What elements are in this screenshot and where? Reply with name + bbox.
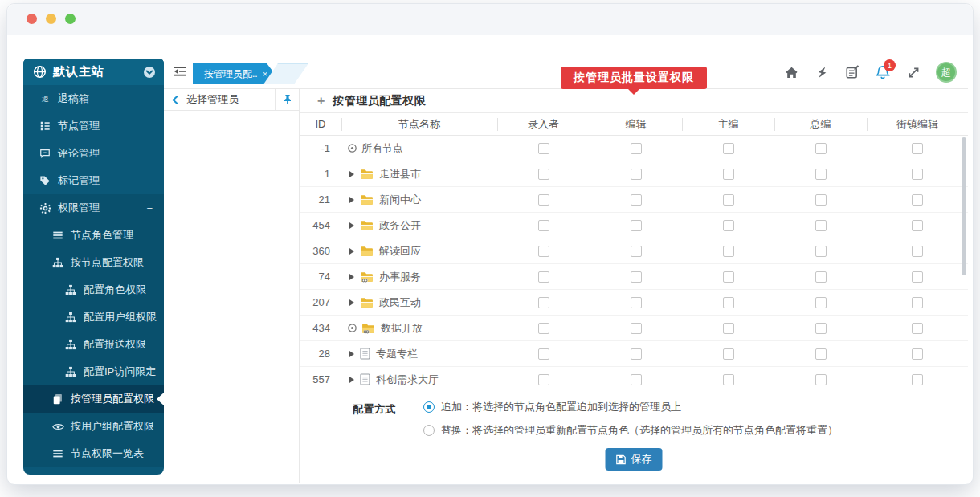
radio-button[interactable] — [423, 401, 435, 413]
permission-checkbox[interactable] — [631, 374, 642, 385]
sidebar-item-configure-ip-restriction[interactable]: 配置IP访问限定 — [23, 358, 164, 385]
sidebar-item-node-role-management[interactable]: 节点角色管理 — [23, 222, 164, 249]
permission-checkbox[interactable] — [538, 297, 549, 308]
permission-checkbox[interactable] — [815, 297, 827, 308]
collapse-indicator[interactable]: − — [146, 257, 153, 269]
permission-checkbox[interactable] — [912, 220, 923, 231]
permission-checkbox[interactable] — [631, 143, 642, 154]
expand-caret-icon[interactable] — [349, 274, 354, 280]
permission-checkbox[interactable] — [723, 297, 734, 308]
permission-checkbox[interactable] — [723, 323, 734, 334]
tab-close-icon[interactable]: × — [263, 69, 267, 79]
collapse-indicator[interactable]: − — [146, 202, 153, 214]
permission-checkbox[interactable] — [912, 194, 923, 206]
permission-checkbox[interactable] — [631, 220, 642, 231]
permission-checkbox[interactable] — [912, 374, 923, 385]
vertical-scrollbar[interactable] — [962, 137, 966, 275]
permission-checkbox[interactable] — [912, 271, 923, 283]
expand-caret-icon[interactable] — [349, 171, 354, 177]
permission-checkbox[interactable] — [538, 348, 549, 360]
permission-checkbox[interactable] — [912, 348, 923, 360]
expand-caret-icon[interactable] — [349, 197, 354, 203]
sidebar-item-comment-management[interactable]: 评论管理 — [23, 140, 164, 167]
expand-caret-icon[interactable] — [349, 377, 354, 383]
permission-checkbox[interactable] — [538, 246, 549, 257]
permission-checkbox[interactable] — [815, 271, 827, 283]
sidebar-item-configure-usergroup-permission[interactable]: 配置用户组权限 — [23, 303, 164, 331]
permission-checkbox[interactable] — [815, 220, 827, 231]
sidebar-item-permission-by-usergroup[interactable]: 按用户组配置权限 — [23, 413, 164, 440]
permission-checkbox[interactable] — [723, 271, 734, 283]
permission-checkbox[interactable] — [815, 194, 827, 206]
permission-checkbox[interactable] — [631, 323, 642, 334]
config-mode-option[interactable]: 替换：将选择的管理员重新配置节点角色（选择的管理员所有的节点角色配置将重置） — [414, 423, 838, 438]
permission-checkbox[interactable] — [538, 323, 549, 334]
permission-checkbox[interactable] — [912, 297, 923, 308]
permission-checkbox[interactable] — [631, 194, 642, 206]
permission-checkbox[interactable] — [723, 220, 734, 231]
sidebar-toggle-icon[interactable] — [174, 65, 187, 78]
zoom-window-button[interactable] — [65, 14, 76, 24]
sidebar-item-permission-management[interactable]: 权限管理− — [23, 194, 164, 222]
sitemap-icon — [51, 257, 65, 268]
config-mode-option[interactable]: 追加：将选择的节点角色配置追加到选择的管理员上 — [414, 400, 838, 414]
fullscreen-icon[interactable] — [905, 64, 921, 80]
expand-caret-icon[interactable] — [349, 351, 354, 357]
permission-checkbox[interactable] — [631, 246, 642, 257]
home-icon[interactable] — [783, 64, 799, 80]
notifications-bell-icon[interactable]: 1 — [875, 64, 891, 80]
permission-checkbox[interactable] — [815, 374, 827, 385]
permission-checkbox[interactable] — [815, 143, 827, 154]
permission-checkbox[interactable] — [538, 169, 549, 180]
sidebar-item-configure-role-permission[interactable]: 配置角色权限 — [23, 276, 164, 303]
expand-caret-icon[interactable] — [349, 222, 354, 229]
minimize-window-button[interactable] — [46, 14, 56, 24]
site-switcher[interactable]: 默认主站 — [23, 59, 164, 85]
permission-checkbox[interactable] — [815, 323, 827, 334]
permission-checkbox[interactable] — [538, 194, 549, 206]
permission-checkbox[interactable] — [631, 271, 642, 283]
permission-checkbox[interactable] — [631, 169, 642, 180]
sidebar-item-node-permission-overview[interactable]: 节点权限一览表 — [23, 440, 164, 467]
permission-checkbox[interactable] — [723, 246, 734, 257]
permission-checkbox[interactable] — [723, 374, 734, 385]
permission-checkbox[interactable] — [631, 297, 642, 308]
sidebar-item-reject-box[interactable]: 退退稿箱 — [23, 85, 164, 112]
permission-checkbox[interactable] — [912, 323, 923, 334]
permission-checkbox[interactable] — [912, 169, 923, 180]
permission-checkbox[interactable] — [912, 143, 923, 154]
lightning-icon[interactable] — [814, 64, 830, 80]
close-window-button[interactable] — [27, 14, 37, 24]
sidebar-item-node-management[interactable]: 节点管理 — [23, 112, 164, 140]
memo-icon[interactable] — [844, 64, 860, 80]
radio-button[interactable] — [423, 425, 435, 436]
permission-checkbox[interactable] — [538, 143, 549, 154]
sidebar-item-permission-by-admin[interactable]: 按管理员配置权限 — [23, 385, 164, 413]
column-header: 节点名称 — [341, 117, 497, 132]
permission-checkbox[interactable] — [538, 271, 549, 283]
sidebar-item-configure-submit-permission[interactable]: 配置报送权限 — [23, 331, 164, 358]
permission-checkbox[interactable] — [723, 194, 734, 206]
permission-checkbox[interactable] — [815, 348, 827, 360]
expand-caret-icon[interactable] — [349, 299, 354, 306]
sidebar-item-permission-by-node[interactable]: 按节点配置权限− — [23, 249, 164, 276]
pin-icon[interactable] — [275, 89, 299, 110]
nodes-icon — [38, 120, 52, 132]
permission-checkbox[interactable] — [912, 246, 923, 257]
permission-checkbox[interactable] — [815, 246, 827, 257]
chevron-down-icon[interactable] — [143, 66, 156, 79]
permission-checkbox[interactable] — [723, 169, 734, 180]
user-avatar[interactable]: 超 — [936, 62, 957, 83]
permission-checkbox[interactable] — [538, 220, 549, 231]
expand-caret-icon[interactable] — [349, 248, 354, 255]
node-name: 所有节点 — [361, 141, 403, 156]
permission-checkbox[interactable] — [723, 143, 734, 154]
permission-checkbox[interactable] — [815, 169, 827, 180]
permission-checkbox[interactable] — [631, 348, 642, 360]
column-header: 街镇编辑 — [867, 117, 968, 132]
save-button[interactable]: 保存 — [606, 448, 663, 471]
permission-checkbox[interactable] — [538, 374, 549, 385]
sidebar-item-tag-management[interactable]: 标记管理 — [23, 167, 164, 194]
collapse-panel-chevron-icon[interactable] — [164, 95, 186, 105]
permission-checkbox[interactable] — [723, 348, 734, 360]
